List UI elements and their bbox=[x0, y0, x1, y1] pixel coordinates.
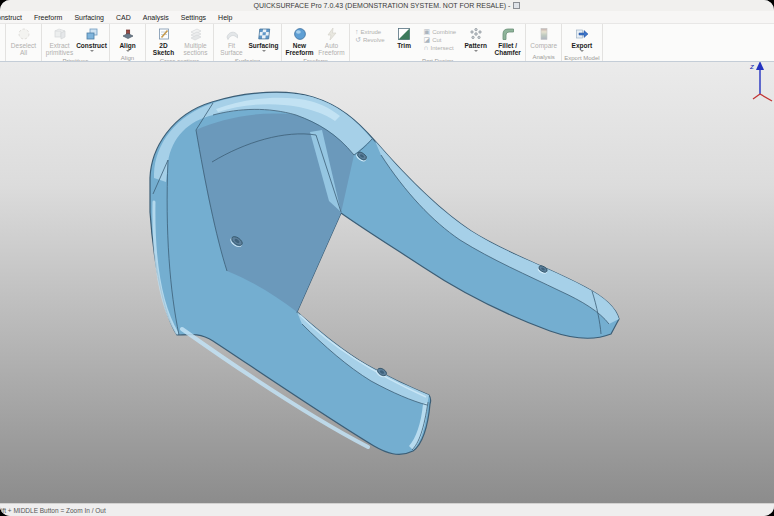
menu-bar: Construct Freeform Surfacing CAD Analysi… bbox=[0, 11, 774, 24]
pattern-icon bbox=[469, 27, 483, 41]
ribbon-group-cross-sections: 2D Sketch Multiple sections Cross sectio… bbox=[146, 24, 214, 61]
window-title: QUICKSURFACE Pro 7.0.43 (DEMONSTRATION S… bbox=[254, 2, 511, 9]
multiple-sections-button[interactable]: Multiple sections bbox=[180, 25, 211, 57]
title-bar: QUICKSURFACE Pro 7.0.43 (DEMONSTRATION S… bbox=[0, 0, 774, 11]
intersect-icon: ∩ bbox=[424, 45, 429, 51]
3d-viewport[interactable]: z bbox=[0, 62, 774, 503]
auto-freeform-button[interactable]: Auto Freeform bbox=[316, 25, 347, 57]
model[interactable] bbox=[150, 92, 619, 454]
menu-help[interactable]: Help bbox=[212, 14, 238, 21]
construct-dropdown-icon[interactable] bbox=[90, 50, 94, 54]
ribbon-group-align: Align Align bbox=[110, 24, 146, 61]
align-button[interactable]: Align bbox=[112, 25, 143, 54]
trim-button[interactable]: Trim bbox=[389, 25, 420, 57]
revolve-icon: ↺ bbox=[355, 37, 361, 43]
surfacing-dropdown-icon[interactable] bbox=[262, 50, 266, 54]
auto-freeform-icon bbox=[325, 27, 339, 41]
extract-primitives-icon bbox=[53, 27, 67, 41]
axis-triad: z bbox=[749, 62, 772, 101]
align-icon bbox=[121, 27, 135, 41]
deselect-all-icon bbox=[17, 27, 31, 41]
cut-icon: ◪ bbox=[424, 37, 431, 43]
intersect-button[interactable]: ∩Intersect bbox=[424, 45, 457, 51]
compare-icon bbox=[537, 27, 551, 41]
combine-icon: ▣ bbox=[424, 29, 431, 35]
menu-construct[interactable]: Construct bbox=[0, 14, 28, 21]
part-design-stack-1: ↑Extrude ↺Revolve bbox=[352, 25, 388, 57]
cut-button[interactable]: ◪Cut bbox=[424, 37, 457, 43]
extrude-button[interactable]: ↑Extrude bbox=[355, 29, 385, 35]
axis-z-label: z bbox=[749, 62, 754, 71]
sketch-2d-icon bbox=[157, 27, 171, 41]
menu-surfacing[interactable]: Surfacing bbox=[68, 14, 110, 21]
part-design-stack-2: ▣Combine ◪Cut ∩Intersect bbox=[421, 25, 460, 57]
surfacing-icon bbox=[257, 27, 271, 41]
export-icon bbox=[575, 27, 589, 41]
pattern-dropdown-icon[interactable] bbox=[474, 50, 478, 54]
multiple-sections-icon bbox=[189, 27, 203, 41]
combine-button[interactable]: ▣Combine bbox=[424, 29, 457, 35]
ribbon-group-part-design: ↑Extrude ↺Revolve Trim ▣Combine ◪Cut ∩In… bbox=[350, 24, 526, 61]
ribbon-group-analysis: Compare Analysis bbox=[526, 24, 562, 61]
status-hint: Shift + MIDDLE Button = Zoom In / Out bbox=[0, 507, 106, 514]
ribbon-group-surfacing: Fit Surface Surfacing Surfacing bbox=[214, 24, 282, 61]
group-label bbox=[8, 59, 39, 61]
ribbon: Deselect All Extract primitives bbox=[0, 24, 774, 62]
fit-surface-button[interactable]: Fit Surface bbox=[216, 25, 247, 57]
fillet-chamfer-icon bbox=[501, 27, 515, 41]
export-button[interactable]: Export bbox=[566, 25, 597, 54]
deselect-all-button[interactable]: Deselect All bbox=[8, 25, 39, 59]
scene-canvas[interactable]: z bbox=[0, 62, 774, 503]
compare-button[interactable]: Compare bbox=[528, 25, 559, 53]
app-window: QUICKSURFACE Pro 7.0.43 (DEMONSTRATION S… bbox=[0, 0, 774, 516]
fillet-chamfer-button[interactable]: Fillet / Chamfer bbox=[492, 25, 523, 57]
pattern-button[interactable]: Pattern bbox=[460, 25, 491, 57]
extrude-icon: ↑ bbox=[355, 29, 359, 35]
menu-cad[interactable]: CAD bbox=[110, 14, 137, 21]
window-icon bbox=[513, 2, 520, 9]
group-label: Align bbox=[112, 54, 143, 62]
construct-button[interactable]: Construct bbox=[76, 25, 107, 57]
new-freeform-icon bbox=[293, 27, 307, 41]
extract-primitives-button[interactable]: Extract primitives bbox=[44, 25, 75, 57]
fit-surface-icon bbox=[225, 27, 239, 41]
menu-analysis[interactable]: Analysis bbox=[137, 14, 175, 21]
revolve-button[interactable]: ↺Revolve bbox=[355, 37, 385, 43]
new-freeform-button[interactable]: New Freeform bbox=[284, 25, 315, 57]
surfacing-button[interactable]: Surfacing bbox=[248, 25, 279, 57]
ribbon-group-export: Export Export Model bbox=[562, 24, 602, 61]
construct-icon bbox=[85, 27, 99, 41]
menu-freeform[interactable]: Freeform bbox=[28, 14, 68, 21]
ribbon-group-primitives: Extract primitives Construct Primitives bbox=[42, 24, 110, 61]
ribbon-group-freeform: New Freeform Auto Freeform Freeform bbox=[282, 24, 350, 61]
group-label: Analysis bbox=[528, 53, 559, 61]
menu-settings[interactable]: Settings bbox=[175, 14, 212, 21]
group-label: Export Model bbox=[564, 54, 599, 62]
sketch-2d-button[interactable]: 2D Sketch bbox=[148, 25, 179, 57]
status-bar: Shift + MIDDLE Button = Zoom In / Out bbox=[0, 503, 774, 516]
ribbon-group-select: Deselect All bbox=[6, 24, 42, 61]
trim-icon bbox=[397, 27, 411, 41]
